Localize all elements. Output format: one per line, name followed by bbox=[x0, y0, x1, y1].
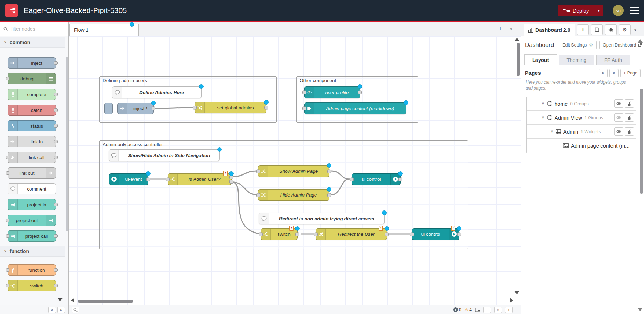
node-switch[interactable]: ! switch bbox=[261, 228, 298, 240]
palette-node-comment[interactable]: comment bbox=[8, 183, 56, 194]
palette-node-project-in[interactable]: project in bbox=[8, 199, 56, 210]
palette-node-inject[interactable]: inject bbox=[8, 57, 56, 69]
port-out[interactable] bbox=[398, 177, 402, 181]
tree-row-admin-group[interactable]: ˅ Admin 1 Widgets bbox=[527, 125, 636, 139]
node-redirect-the-user[interactable]: ! Redirect the User bbox=[316, 228, 387, 240]
sidebar-tab-list-caret[interactable]: ▾ bbox=[634, 28, 636, 33]
port-in[interactable] bbox=[302, 91, 306, 94]
collapse-all-pages-button[interactable]: « bbox=[599, 69, 608, 77]
port-in[interactable] bbox=[166, 177, 170, 181]
port-out[interactable] bbox=[54, 284, 58, 287]
comment-node-show-hide-admin[interactable]: Show/Hide Admin in Side Navigation bbox=[109, 149, 220, 161]
port-in[interactable] bbox=[6, 268, 9, 272]
open-dashboard-button[interactable]: Open Dashboard bbox=[599, 41, 644, 49]
node-is-admin-user[interactable]: ! Is Admin User? bbox=[168, 173, 232, 185]
tab-layout[interactable]: Layout bbox=[524, 54, 557, 65]
port-in[interactable] bbox=[6, 77, 9, 80]
info-count[interactable]: i 0 bbox=[453, 307, 461, 312]
zoom-out-button[interactable]: − bbox=[483, 307, 491, 313]
port-in[interactable] bbox=[410, 232, 414, 236]
palette-node-switch[interactable]: switch bbox=[8, 280, 56, 291]
flow-tab[interactable]: Flow 1 bbox=[69, 24, 139, 36]
palette-scrollbar-thumb[interactable] bbox=[66, 57, 68, 231]
palette-node-link-call[interactable]: link call bbox=[8, 152, 56, 163]
port-in[interactable] bbox=[6, 219, 9, 222]
port-in[interactable] bbox=[256, 169, 260, 173]
expand-all-pages-button[interactable]: » bbox=[609, 69, 619, 77]
flow-list-caret[interactable]: ▾ bbox=[510, 27, 512, 31]
node-ui-control-1[interactable]: ui control bbox=[352, 173, 401, 185]
sidebar-scroll-down-arrow[interactable] bbox=[638, 308, 643, 311]
palette-node-complete[interactable]: complete bbox=[8, 89, 56, 100]
port-in[interactable] bbox=[6, 156, 9, 159]
palette-node-status[interactable]: status bbox=[8, 120, 56, 131]
port-out[interactable] bbox=[54, 124, 58, 128]
node-set-global-admins[interactable]: set global.admins bbox=[195, 102, 266, 113]
port-out[interactable] bbox=[457, 232, 461, 236]
user-avatar[interactable]: su bbox=[613, 5, 624, 16]
tree-row-admin-view[interactable]: ˅ Admin View 1 Groups bbox=[527, 111, 636, 125]
sidebar-tab-help[interactable] bbox=[591, 24, 603, 35]
palette-node-project-out[interactable]: project out bbox=[8, 215, 56, 226]
comment-node-redirect[interactable]: Redirect is non-admin trying direct acce… bbox=[259, 213, 385, 224]
warning-count[interactable]: ⚠ 4 bbox=[464, 307, 472, 312]
port-in[interactable] bbox=[259, 232, 263, 236]
port-in[interactable] bbox=[314, 232, 318, 236]
tab-ff-auth[interactable]: FF Auth bbox=[596, 55, 630, 65]
sidebar-tab-config[interactable]: ⚙ bbox=[619, 24, 631, 35]
port-out[interactable] bbox=[358, 91, 362, 94]
port-out[interactable] bbox=[54, 108, 58, 112]
port-in[interactable] bbox=[302, 107, 306, 110]
node-ui-control-2[interactable]: ! ui control bbox=[412, 228, 459, 240]
main-menu-button[interactable] bbox=[630, 7, 639, 14]
tab-theming[interactable]: Theming bbox=[559, 55, 594, 65]
port-in[interactable] bbox=[6, 234, 9, 238]
inject-button[interactable] bbox=[104, 103, 113, 114]
palette-node-link-in[interactable]: link in bbox=[8, 136, 56, 147]
sidebar-scrollbar-thumb[interactable] bbox=[640, 89, 643, 194]
node-inject[interactable]: inject ¹ bbox=[117, 103, 154, 114]
sidebar-tab-debug[interactable] bbox=[605, 24, 617, 35]
palette-node-project-call[interactable]: project call bbox=[8, 230, 56, 242]
port-in[interactable] bbox=[6, 171, 9, 175]
port-out[interactable] bbox=[264, 106, 268, 110]
port-out[interactable] bbox=[54, 140, 58, 143]
zoom-reset-button[interactable]: ○ bbox=[494, 307, 502, 313]
visibility-toggle-button[interactable] bbox=[614, 127, 623, 136]
visibility-hidden-toggle-button[interactable] bbox=[614, 113, 623, 122]
visibility-toggle-button[interactable] bbox=[614, 99, 623, 108]
node-hide-admin-page[interactable]: Hide Admin Page bbox=[258, 189, 329, 201]
node-show-admin-page[interactable]: Show Admin Page bbox=[258, 165, 329, 177]
port-out[interactable] bbox=[54, 61, 58, 65]
node-user-profile[interactable]: </> user profile bbox=[304, 86, 360, 98]
port-out[interactable] bbox=[146, 177, 150, 181]
tree-row-home[interactable]: ˅ home 0 Groups bbox=[527, 97, 636, 111]
deploy-button[interactable]: Deploy bbox=[558, 5, 594, 16]
palette-node-function[interactable]: f function bbox=[8, 264, 56, 276]
unlock-icon-button[interactable] bbox=[625, 127, 634, 136]
add-flow-button[interactable]: + bbox=[498, 25, 502, 33]
port-out[interactable] bbox=[327, 193, 331, 197]
port-out[interactable] bbox=[152, 107, 155, 110]
port-out[interactable] bbox=[327, 169, 331, 173]
tree-row-admin-widget[interactable]: Admin page content (m... bbox=[527, 139, 636, 153]
port-in[interactable] bbox=[193, 106, 197, 110]
deploy-options-caret[interactable]: ▾ bbox=[594, 5, 603, 16]
add-page-button[interactable]: + Page bbox=[620, 69, 641, 77]
port-out-2[interactable] bbox=[229, 180, 233, 184]
node-admin-page-content[interactable]: Admin page content (markdown) bbox=[304, 102, 406, 114]
port-in[interactable] bbox=[350, 177, 354, 181]
palette-node-link-out[interactable]: link out bbox=[8, 167, 56, 179]
port-out[interactable] bbox=[54, 234, 58, 238]
comment-node-define-admins[interactable]: Define Admins Here bbox=[112, 86, 202, 98]
edit-settings-button[interactable]: Edit Settings ⚙ bbox=[559, 41, 597, 49]
palette-node-catch[interactable]: catch bbox=[8, 105, 56, 116]
palette-expand-all-button[interactable]: » bbox=[57, 307, 65, 313]
minimap-toggle-button[interactable] bbox=[475, 308, 480, 312]
port-in[interactable] bbox=[6, 284, 9, 287]
port-out[interactable] bbox=[54, 268, 58, 272]
palette-node-debug[interactable]: debug bbox=[8, 73, 56, 84]
port-out[interactable] bbox=[385, 232, 389, 236]
sidebar-scroll-up-arrow[interactable] bbox=[638, 39, 643, 43]
palette-collapse-all-button[interactable]: « bbox=[48, 307, 56, 313]
